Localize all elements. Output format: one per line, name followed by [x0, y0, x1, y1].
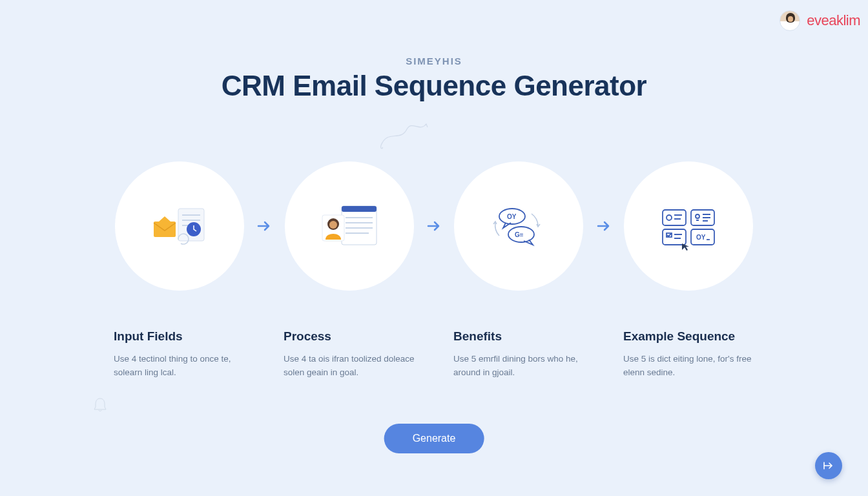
step-title: Process — [284, 329, 415, 344]
step-circle-input — [115, 161, 244, 291]
svg-point-14 — [329, 221, 337, 229]
svg-rect-4 — [154, 222, 176, 237]
step-circle-benefits: OY G≡ — [454, 161, 583, 291]
arrow-right-icon — [596, 218, 612, 234]
arrow-right-icon — [426, 218, 442, 234]
step-title: Benefits — [453, 329, 584, 344]
step-label-input: Input Fields Use 4 tectinol thing to onc… — [110, 329, 249, 380]
step-labels: Input Fields Use 4 tectinol thing to onc… — [110, 329, 758, 380]
step-title: Example Sequence — [623, 329, 754, 344]
svg-text:OY: OY — [696, 234, 706, 241]
step-desc: Use 4 ta ois ifran toolized doleace sole… — [284, 353, 415, 380]
brand-label: eveaklim — [807, 12, 860, 29]
svg-text:G≡: G≡ — [515, 231, 524, 238]
step-desc: Use 5 is dict eiting lone, for's free el… — [623, 353, 754, 380]
step-circle-example: OY — [624, 161, 753, 291]
generate-button[interactable]: Generate — [384, 424, 484, 453]
step-desc: Use 5 emrfil dining bors who he, around … — [453, 353, 584, 380]
chat-icon — [823, 460, 834, 471]
svg-point-20 — [666, 215, 672, 220]
bell-sketch-icon — [90, 395, 110, 415]
help-fab[interactable] — [815, 452, 842, 479]
svg-point-22 — [696, 214, 699, 218]
example-sequence-icon: OY — [650, 197, 727, 255]
svg-rect-7 — [342, 206, 377, 212]
step-title: Input Fields — [114, 329, 245, 344]
steps-row: OY G≡ — [115, 161, 753, 291]
step-label-process: Process Use 4 ta ois ifran toolized dole… — [280, 329, 418, 380]
input-fields-icon — [141, 197, 218, 255]
step-label-example: Example Sequence Use 5 is dict eiting lo… — [619, 329, 758, 380]
avatar[interactable] — [780, 10, 800, 31]
page-title: CRM Email Sequence Generator — [0, 70, 868, 102]
benefits-icon: OY G≡ — [480, 197, 557, 255]
step-label-benefits: Benefits Use 5 emrfil dining bors who he… — [450, 329, 588, 380]
decorative-squiggle-icon — [375, 116, 452, 155]
svg-text:OY: OY — [507, 213, 517, 220]
eyebrow: SIMEYHIS — [0, 56, 868, 67]
arrow-right-icon — [256, 218, 272, 234]
step-desc: Use 4 tectinol thing to once te, solearn… — [114, 353, 245, 380]
step-circle-process — [285, 161, 414, 291]
header-user-area: eveaklim — [780, 10, 860, 31]
process-icon — [311, 197, 388, 255]
